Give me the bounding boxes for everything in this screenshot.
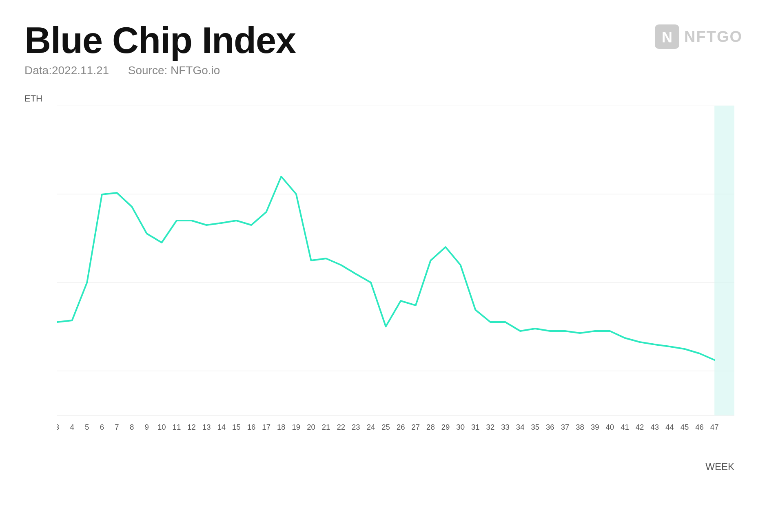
svg-text:40: 40 xyxy=(606,423,614,431)
chart-line xyxy=(57,177,714,360)
subtitle: Data:2022.11.21 Source: NFTGo.io xyxy=(24,64,296,77)
svg-text:29: 29 xyxy=(441,423,450,431)
svg-text:12: 12 xyxy=(187,423,196,431)
chart-svg-container: 120000 100000 80000 60000 50000 3 4 5 6 … xyxy=(57,106,734,456)
svg-text:33: 33 xyxy=(501,423,510,431)
y-axis-label: ETH xyxy=(24,93,42,104)
svg-text:37: 37 xyxy=(561,423,570,431)
svg-text:41: 41 xyxy=(621,423,629,431)
nftgo-logo-icon: N xyxy=(655,24,679,49)
chart-area: ETH xyxy=(24,93,743,481)
svg-text:27: 27 xyxy=(412,423,420,431)
svg-text:26: 26 xyxy=(397,423,405,431)
chart-svg: 120000 100000 80000 60000 50000 3 4 5 6 … xyxy=(57,106,734,456)
svg-text:6: 6 xyxy=(100,423,104,431)
svg-text:23: 23 xyxy=(352,423,360,431)
svg-text:34: 34 xyxy=(516,423,525,431)
svg-text:11: 11 xyxy=(173,423,181,431)
svg-text:42: 42 xyxy=(636,423,644,431)
svg-text:31: 31 xyxy=(471,423,480,431)
svg-text:39: 39 xyxy=(591,423,599,431)
x-axis-label: WEEK xyxy=(705,461,734,472)
svg-text:20: 20 xyxy=(307,423,315,431)
svg-text:47: 47 xyxy=(710,423,719,431)
week47-highlight xyxy=(714,106,734,415)
svg-text:45: 45 xyxy=(681,423,689,431)
svg-text:25: 25 xyxy=(381,423,390,431)
page-title: Blue Chip Index xyxy=(24,20,296,61)
svg-text:21: 21 xyxy=(322,423,330,431)
logo-block: N NFTGO xyxy=(655,24,743,49)
svg-text:43: 43 xyxy=(650,423,659,431)
svg-text:35: 35 xyxy=(531,423,539,431)
svg-text:30: 30 xyxy=(456,423,465,431)
svg-text:8: 8 xyxy=(130,423,134,431)
data-date: Data:2022.11.21 xyxy=(24,64,109,77)
title-block: Blue Chip Index Data:2022.11.21 Source: … xyxy=(24,20,296,77)
svg-text:5: 5 xyxy=(85,423,89,431)
svg-text:32: 32 xyxy=(486,423,495,431)
svg-text:10: 10 xyxy=(157,423,166,431)
svg-text:13: 13 xyxy=(202,423,211,431)
header: Blue Chip Index Data:2022.11.21 Source: … xyxy=(24,20,743,77)
svg-text:17: 17 xyxy=(262,423,270,431)
page-container: Blue Chip Index Data:2022.11.21 Source: … xyxy=(0,0,767,532)
data-source: Source: NFTGo.io xyxy=(128,64,220,77)
svg-text:N: N xyxy=(662,29,672,46)
svg-text:4: 4 xyxy=(70,423,74,431)
svg-text:16: 16 xyxy=(247,423,256,431)
svg-text:24: 24 xyxy=(367,423,375,431)
svg-text:44: 44 xyxy=(665,423,674,431)
logo-text: NFTGO xyxy=(684,28,743,46)
svg-text:36: 36 xyxy=(546,423,554,431)
svg-text:22: 22 xyxy=(337,423,345,431)
svg-text:28: 28 xyxy=(426,423,435,431)
svg-text:18: 18 xyxy=(277,423,286,431)
svg-text:7: 7 xyxy=(115,423,119,431)
svg-text:38: 38 xyxy=(576,423,584,431)
svg-text:9: 9 xyxy=(145,423,149,431)
svg-text:15: 15 xyxy=(232,423,241,431)
svg-text:14: 14 xyxy=(217,423,226,431)
svg-text:46: 46 xyxy=(695,423,704,431)
svg-text:19: 19 xyxy=(292,423,301,431)
svg-text:3: 3 xyxy=(57,423,59,431)
